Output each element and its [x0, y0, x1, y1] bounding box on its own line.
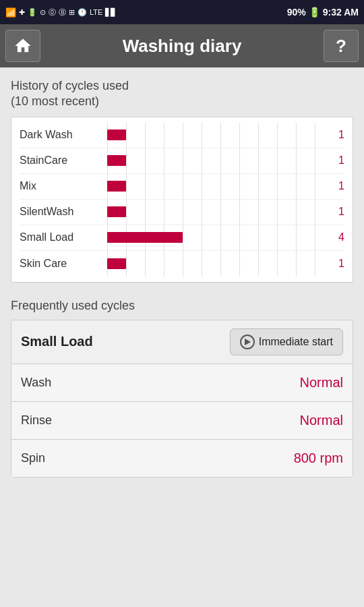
- chart-row-count: 1: [326, 258, 344, 270]
- grid-icon: ⊞: [69, 8, 75, 17]
- spin-value: 800 rpm: [294, 451, 343, 466]
- network-icon: 📶: [5, 7, 16, 18]
- wash-value: Normal: [300, 375, 343, 391]
- home-icon: [13, 36, 32, 55]
- signal-bars-icon: ▋▊: [105, 8, 116, 17]
- rinse-value: Normal: [300, 413, 343, 428]
- battery-icon2: 🔋: [28, 8, 37, 17]
- lte-icon: LTE: [90, 8, 102, 16]
- chart-row: Mix1: [20, 174, 344, 200]
- chart-row: Skin Care1: [20, 251, 344, 277]
- spin-label: Spin: [21, 451, 45, 465]
- chart-bar: [107, 258, 126, 269]
- title-bar: Washing diary ?: [0, 24, 364, 67]
- cycle-card: Small Load Immediate start Wash Normal R…: [11, 320, 353, 478]
- time-display: 9:32 AM: [323, 7, 359, 18]
- chart-row: StainCare1: [20, 148, 344, 174]
- rinse-detail-row: Rinse Normal: [11, 401, 353, 439]
- page-title: Washing diary: [123, 36, 242, 57]
- rinse-label: Rinse: [21, 413, 52, 428]
- home-button[interactable]: [5, 30, 40, 62]
- status-icons: 📶 ✚ 🔋 ⊙ ⓪ Ⓑ ⊞ 🕐 LTE ▋▊: [5, 7, 116, 18]
- chart-row-label: SilentWash: [20, 206, 107, 218]
- misc-icon2: ⓪: [49, 7, 56, 18]
- chart-bar-area: [107, 148, 326, 173]
- play-icon: [240, 335, 255, 349]
- chart-row-count: 1: [326, 180, 344, 192]
- status-bar: 📶 ✚ 🔋 ⊙ ⓪ Ⓑ ⊞ 🕐 LTE ▋▊ 90% 🔋 9:32 AM: [0, 0, 364, 24]
- chart-bar: [107, 155, 126, 166]
- chart-row-label: Mix: [20, 180, 107, 192]
- chart-bar-area: [107, 200, 326, 225]
- spin-detail-row: Spin 800 rpm: [11, 439, 353, 477]
- help-label: ?: [336, 36, 346, 57]
- chart-row: Small Load4: [20, 225, 344, 251]
- chart-row: Dark Wash1: [20, 123, 344, 148]
- chart-row-count: 1: [326, 206, 344, 218]
- wash-label: Wash: [21, 376, 51, 390]
- bluetooth-icon: Ⓑ: [59, 7, 66, 18]
- chart-row-label: Skin Care: [20, 258, 107, 270]
- misc-icon1: ⊙: [40, 8, 46, 17]
- immediate-start-label: Immediate start: [259, 336, 333, 348]
- chart-bar-area: [107, 174, 326, 199]
- chart-row-count: 4: [326, 231, 344, 243]
- chart-bar-area: [107, 225, 326, 250]
- play-triangle: [245, 339, 251, 345]
- chart-row-count: 1: [326, 129, 344, 141]
- cycle-card-header: Small Load Immediate start: [11, 320, 353, 364]
- chart-bar: [107, 181, 126, 192]
- chart-bar-area: [107, 123, 326, 148]
- history-section-title: History of cycles used(10 most recent): [11, 78, 353, 110]
- frequent-section-title: Frequently used cycles: [11, 299, 353, 313]
- wifi-icon: ✚: [19, 8, 25, 17]
- chart-row-label: StainCare: [20, 154, 107, 167]
- battery-percent: 90%: [287, 7, 306, 18]
- cycle-card-name: Small Load: [21, 334, 93, 349]
- status-right-group: 90% 🔋 9:32 AM: [287, 7, 359, 18]
- chart-bar: [107, 232, 183, 243]
- immediate-start-button[interactable]: Immediate start: [230, 328, 343, 355]
- chart-row-label: Small Load: [20, 231, 107, 243]
- chart-bar: [107, 129, 126, 140]
- chart-bar: [107, 206, 126, 217]
- wash-detail-row: Wash Normal: [11, 364, 353, 401]
- chart-bar-area: [107, 251, 326, 277]
- chart-row-count: 1: [326, 154, 344, 167]
- battery-charging-icon: 🔋: [309, 7, 320, 18]
- history-chart: Dark Wash1StainCare1Mix1SilentWash1Small…: [11, 117, 353, 283]
- help-button[interactable]: ?: [324, 30, 359, 62]
- clock-icon: 🕐: [78, 8, 87, 17]
- chart-row: SilentWash1: [20, 200, 344, 225]
- main-content: History of cycles used(10 most recent) D…: [0, 67, 364, 490]
- chart-row-label: Dark Wash: [20, 129, 107, 141]
